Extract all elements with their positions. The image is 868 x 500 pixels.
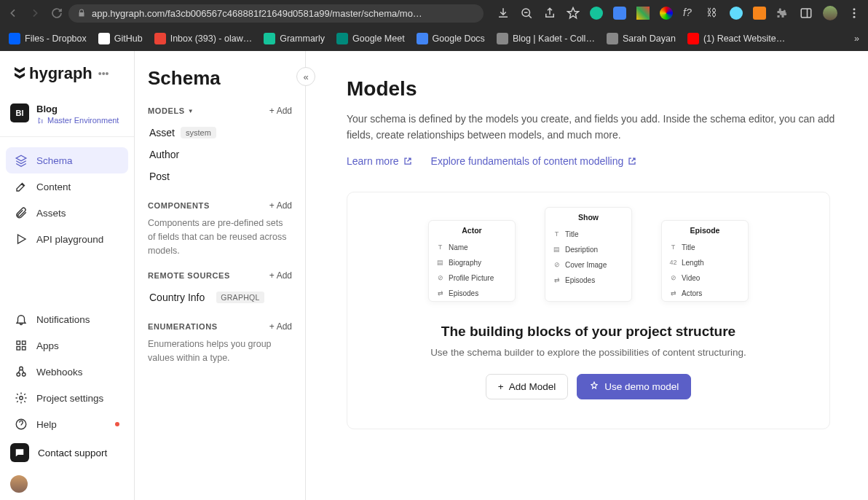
schema-title: Schema [148,67,292,90]
remote-source-item[interactable]: Country Info GRAPHQL [148,286,292,308]
svg-rect-8 [17,347,20,351]
menu-icon[interactable] [848,7,861,20]
paperclip-icon [15,206,28,219]
diagram-model-box: ActorTName▤Biography⊘Profile Picture⇄Epi… [428,220,516,302]
help-icon [15,418,28,431]
reload-icon[interactable] [51,7,63,19]
nav-webhooks[interactable]: Webhooks [6,359,128,385]
sidepanel-icon[interactable] [800,7,813,20]
contact-support-button[interactable]: Contact support [0,437,134,468]
ext-icon-5[interactable]: f? [683,7,696,20]
extensions-icon[interactable] [776,7,789,20]
illustration-card: ActorTName▤Biography⊘Profile Picture⇄Epi… [347,192,830,429]
share-icon[interactable] [543,7,556,20]
bookmark-item[interactable]: Google Docs [417,33,485,44]
bookmark-item[interactable]: Blog | Kadet - Coll… [497,33,595,44]
svg-point-5 [853,16,856,18]
remote-section-label: REMOTE SOURCES [148,271,230,280]
ext-icon-4[interactable] [660,7,673,20]
nav-api-playground[interactable]: API playground [6,226,128,252]
svg-rect-9 [23,347,26,351]
model-item[interactable]: Assetsystem [148,122,292,144]
nav-assets[interactable]: Assets [6,200,128,226]
nav-content[interactable]: Content [6,173,128,200]
browser-toolbar: f? ⛓ [497,6,861,20]
ext-icon-2[interactable] [613,7,626,20]
project-selector[interactable]: Bl Blog Master Environment [0,98,134,137]
user-avatar[interactable] [10,475,28,493]
bookmark-item[interactable]: Inbox (393) - olaw… [154,33,253,44]
models-section-label[interactable]: MODELS ▼ [148,106,194,115]
external-icon [628,157,636,165]
nav-schema[interactable]: Schema [6,147,128,173]
ext-icon-6[interactable]: ⛓ [706,7,719,20]
url-text: app.hygraph.com/fa3cb006567c468881f21649… [92,8,475,19]
model-item[interactable]: Author [148,144,292,165]
play-icon [15,233,28,246]
bookmark-item[interactable]: Grammarly [264,33,325,44]
add-component-button[interactable]: + Add [269,200,292,211]
illustration-title: The building blocks of your project stru… [376,324,800,340]
nav-apps[interactable]: Apps [6,332,128,359]
project-name: Blog [36,103,119,114]
ext-icon-8[interactable] [753,7,766,20]
ext-icon-3[interactable] [636,7,650,20]
forward-icon[interactable] [29,7,41,19]
model-item[interactable]: Post [148,165,292,187]
add-enum-button[interactable]: + Add [269,321,292,332]
back-icon[interactable] [7,7,19,19]
svg-point-10 [17,373,20,377]
diagram-model-box: EpisodeTTitle42Length⊘Video⇄Actors [661,220,749,302]
svg-point-13 [20,397,23,400]
system-tag: system [181,127,216,138]
notification-dot [115,422,119,426]
components-section-label: COMPONENTS [148,201,210,210]
illustration-subtitle: Use the schema builder to explore the po… [376,347,800,358]
nav-project-settings[interactable]: Project settings [6,385,128,411]
sidebar: hygraph ••• Bl Blog Master Environment S… [0,51,135,500]
main-content: Models Your schema is defined by the mod… [306,51,868,500]
gear-icon [15,391,28,405]
bookmark-item[interactable]: Sarah Dayan [607,33,676,44]
use-demo-model-button[interactable]: Use demo model [577,374,691,399]
bell-icon [15,313,28,326]
page-subtitle: Your schema is defined by the models you… [347,111,842,144]
zoom-icon[interactable] [520,7,533,20]
add-model-card-button[interactable]: + Add Model [486,374,568,399]
browser-chrome: app.hygraph.com/fa3cb006567c468881f21649… [0,0,868,51]
project-badge: Bl [10,103,29,122]
external-icon [403,157,412,165]
add-remote-button[interactable]: + Add [269,270,292,281]
message-icon [10,443,29,462]
enums-help: Enumerations helps you group values with… [148,337,292,365]
graphql-tag: GRAPHQL [216,292,264,303]
ext-icon-7[interactable] [730,7,743,20]
bookmark-item[interactable]: GitHub [98,33,143,44]
add-model-button[interactable]: + Add [269,106,292,116]
components-help: Components are pre-defined sets of field… [148,216,292,257]
svg-rect-6 [17,341,20,345]
hook-icon [15,365,28,378]
star-icon[interactable] [567,7,580,20]
bookmarks-overflow[interactable]: » [854,34,859,44]
learn-more-link[interactable]: Learn more [347,155,412,167]
ext-icon-1[interactable] [590,7,603,20]
layers-icon [15,154,28,167]
collapse-panel-button[interactable]: « [296,67,315,86]
logo-menu-icon[interactable]: ••• [98,68,109,79]
svg-rect-7 [23,341,26,345]
schema-panel: Schema « MODELS ▼ + Add AssetsystemAutho… [135,51,306,500]
bookmark-item[interactable]: (1) React Website… [687,33,785,44]
bookmark-item[interactable]: Google Meet [336,33,405,44]
nav-help[interactable]: Help [6,411,128,437]
explore-link[interactable]: Explore fundamentals of content modellin… [431,155,637,167]
svg-point-4 [853,12,856,15]
grid-icon [15,339,28,352]
enums-section-label: ENUMERATIONS [148,322,218,331]
avatar-icon[interactable] [823,6,837,20]
download-icon[interactable] [497,7,510,20]
bookmark-item[interactable]: Files - Dropbox [9,33,87,44]
svg-point-3 [853,8,856,10]
nav-notifications[interactable]: Notifications [6,306,128,332]
url-bar[interactable]: app.hygraph.com/fa3cb006567c468881f21649… [68,4,484,23]
